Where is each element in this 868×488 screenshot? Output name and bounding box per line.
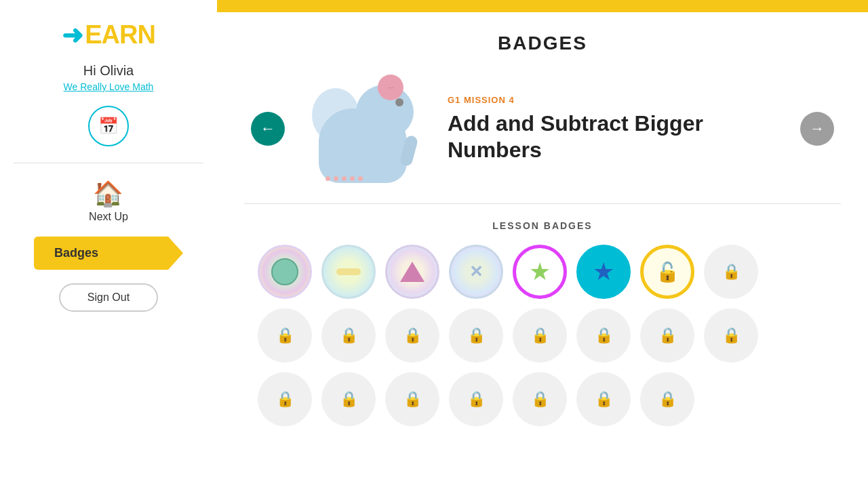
calendar-button[interactable]: 📅: [88, 106, 129, 146]
badges-button[interactable]: Badges: [34, 237, 183, 270]
lock-icon-19: 🔒: [403, 390, 422, 408]
signout-button[interactable]: Sign Out: [59, 283, 158, 312]
lock-icon-7: 🔓: [656, 261, 679, 283]
content-area: BADGES ← ···: [217, 12, 868, 488]
badge-14: 🔒: [576, 308, 631, 363]
lock-icon-17: 🔒: [276, 390, 294, 408]
calendar-icon: 📅: [98, 117, 119, 136]
star-icon-5: ★: [529, 258, 551, 286]
lock-icon-11: 🔒: [403, 327, 422, 344]
badge-21: 🔒: [513, 372, 567, 426]
lock-icon-20: 🔒: [467, 390, 486, 408]
lock-icon-8: 🔒: [722, 263, 741, 281]
badge-4[interactable]: ✕: [449, 245, 503, 299]
mission-section: ← ···: [244, 75, 841, 183]
lock-icon-13: 🔒: [531, 327, 549, 344]
badge-18: 🔒: [321, 372, 376, 426]
mission-image: ···: [305, 75, 427, 183]
lesson-badges-section: LESSON BADGES ✕: [244, 203, 841, 426]
lock-icon-16: 🔒: [722, 327, 741, 344]
greeting: Hi Olivia: [83, 63, 134, 79]
badge-12: 🔒: [449, 308, 503, 363]
lesson-badges-title: LESSON BADGES: [244, 220, 841, 231]
top-bar: [217, 0, 868, 12]
badge-13: 🔒: [513, 308, 567, 363]
lock-icon-10: 🔒: [340, 327, 358, 344]
sidebar-divider: [14, 163, 203, 163]
mission-info: G1 MISSION 4 Add and Subtract Bigger Num…: [448, 95, 780, 163]
lock-icon-21: 🔒: [531, 390, 549, 408]
badge-8: 🔒: [704, 245, 758, 299]
badge-2[interactable]: [321, 245, 376, 299]
page-title: BADGES: [244, 33, 841, 54]
badges-row-2: 🔒 🔒 🔒 🔒 🔒 🔒 🔒 🔒: [244, 308, 841, 363]
next-mission-button[interactable]: →: [800, 112, 834, 146]
lock-icon-18: 🔒: [340, 390, 358, 408]
badge-3[interactable]: [385, 245, 439, 299]
home-icon: 🏠: [93, 180, 123, 208]
next-up-label: Next Up: [89, 211, 128, 223]
badges-row-3: 🔒 🔒 🔒 🔒 🔒 🔒 🔒: [244, 372, 841, 426]
prev-mission-button[interactable]: ←: [251, 112, 285, 146]
lock-icon-9: 🔒: [276, 327, 294, 344]
lock-icon-23: 🔒: [658, 390, 677, 408]
badge-17: 🔒: [258, 372, 312, 426]
badges-row-1: ✕ ★ ★ 🔓 🔒: [244, 245, 841, 299]
badge-6[interactable]: ★: [576, 245, 631, 299]
badge-19: 🔒: [385, 372, 439, 426]
logo: ➜ EARN: [62, 20, 155, 49]
lock-icon-12: 🔒: [467, 327, 486, 344]
class-name-link[interactable]: We Really Love Math: [64, 81, 154, 92]
badge-10: 🔒: [321, 308, 376, 363]
badge-1[interactable]: [258, 245, 312, 299]
mission-label: G1 MISSION 4: [448, 95, 780, 105]
mission-title: Add and Subtract Bigger Numbers: [448, 110, 780, 163]
badge-11: 🔒: [385, 308, 439, 363]
lock-icon-14: 🔒: [595, 327, 613, 344]
badge-9: 🔒: [258, 308, 312, 363]
x-shape: ✕: [469, 262, 483, 281]
sidebar: ➜ EARN Hi Olivia We Really Love Math 📅 🏠…: [0, 0, 217, 488]
lock-icon-15: 🔒: [658, 327, 677, 344]
logo-text: EARN: [85, 20, 155, 49]
badge-23: 🔒: [640, 372, 694, 426]
next-up-section: 🏠 Next Up: [89, 180, 128, 223]
logo-arrow: ➜: [62, 22, 83, 48]
badge-22: 🔒: [576, 372, 631, 426]
main-content: BADGES ← ···: [217, 0, 868, 488]
badge-20: 🔒: [449, 372, 503, 426]
badge-16: 🔒: [704, 308, 758, 363]
badge-7[interactable]: 🔓: [640, 245, 694, 299]
badge-5[interactable]: ★: [513, 245, 567, 299]
badge-15: 🔒: [640, 308, 694, 363]
star-icon-6: ★: [593, 258, 614, 286]
lock-icon-22: 🔒: [595, 390, 613, 408]
